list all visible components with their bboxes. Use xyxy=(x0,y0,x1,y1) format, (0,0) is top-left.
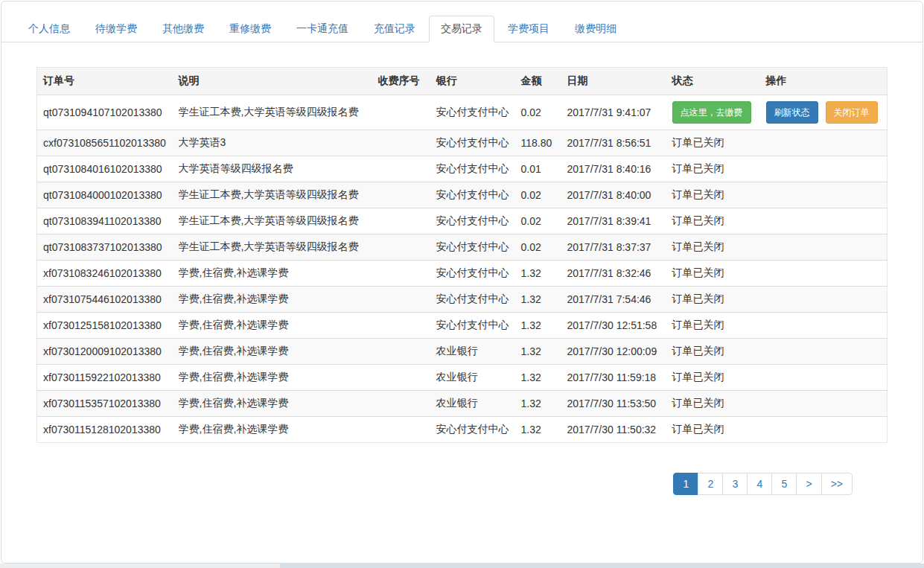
date-cell: 2017/7/30 11:50:32 xyxy=(561,417,666,443)
close-order-button[interactable]: 关闭订单 xyxy=(826,101,878,124)
tab-payment-details[interactable]: 缴费明细 xyxy=(563,16,628,42)
column-header-status: 状态 xyxy=(666,68,760,95)
description-cell: 学费,住宿费,补选课学费 xyxy=(173,365,372,391)
amount-cell: 0.02 xyxy=(515,95,561,130)
table-row: xf0731075446102013380学费,住宿费,补选课学费安心付支付中心… xyxy=(37,287,888,313)
description-cell: 大学英语3 xyxy=(173,130,372,156)
status-cell: 订单已关闭 xyxy=(666,130,760,156)
bank-cell: 安心付支付中心 xyxy=(430,287,515,313)
tab-transaction-records[interactable]: 交易记录 xyxy=(429,16,494,42)
page-last-item: >> xyxy=(822,473,853,495)
tab-recharge-records[interactable]: 充值记录 xyxy=(362,16,427,42)
pagination-area: 12345>>> xyxy=(36,443,888,517)
action-cell xyxy=(760,417,888,443)
action-cell xyxy=(760,365,888,391)
order-number-cell: xf0731083246102013380 xyxy=(37,261,173,287)
fee-serial-cell xyxy=(372,182,430,208)
description-cell: 学费,住宿费,补选课学费 xyxy=(173,287,372,313)
column-header-description: 说明 xyxy=(173,68,372,95)
table-header-row: 订单号说明收费序号银行金额日期状态操作 xyxy=(37,68,888,95)
action-cell xyxy=(760,391,888,417)
tab-tuition-items[interactable]: 学费项目 xyxy=(496,16,561,42)
order-number-cell: xf0731075446102013380 xyxy=(37,287,173,313)
date-cell: 2017/7/30 12:51:58 xyxy=(561,313,666,339)
bank-cell: 安心付支付中心 xyxy=(430,261,515,287)
bank-cell: 安心付支付中心 xyxy=(430,130,515,156)
status-cell: 订单已关闭 xyxy=(666,391,760,417)
date-cell: 2017/7/31 8:37:37 xyxy=(561,234,666,261)
order-number-cell: qt0731084016102013380 xyxy=(37,156,173,182)
action-cell xyxy=(760,234,888,261)
action-cell xyxy=(760,287,888,313)
description-cell: 大学英语等级四级报名费 xyxy=(173,156,372,182)
action-cell xyxy=(760,313,888,339)
status-cell: 订单已关闭 xyxy=(666,365,760,391)
action-cell xyxy=(760,339,888,365)
tab-other-fees[interactable]: 其他缴费 xyxy=(150,16,216,42)
table-row: qt0731083941102013380学生证工本费,大学英语等级四级报名费安… xyxy=(37,208,888,234)
description-cell: 学费,住宿费,补选课学费 xyxy=(173,261,372,287)
tab-personal-info[interactable]: 个人信息 xyxy=(16,16,82,42)
horizontal-scrollbar-thumb[interactable] xyxy=(0,564,280,568)
description-cell: 学生证工本费,大学英语等级四级报名费 xyxy=(173,182,372,208)
date-cell: 2017/7/31 9:41:07 xyxy=(561,95,666,130)
date-cell: 2017/7/30 11:53:50 xyxy=(561,391,666,417)
date-cell: 2017/7/30 12:00:09 xyxy=(561,339,666,365)
page-5[interactable]: 5 xyxy=(771,473,797,495)
amount-cell: 0.02 xyxy=(515,182,561,208)
page-4-item: 4 xyxy=(748,473,772,495)
status-cell: 点这里，去缴费 xyxy=(666,95,760,130)
page-3[interactable]: 3 xyxy=(722,473,748,495)
tab-card-recharge[interactable]: 一卡通充值 xyxy=(284,16,360,42)
table-row: qt0731084000102013380学生证工本费,大学英语等级四级报名费安… xyxy=(37,182,888,208)
tab-bar: 个人信息待缴学费其他缴费重修缴费一卡通充值充值记录交易记录学费项目缴费明细 xyxy=(1,1,923,42)
order-number-cell: qt0731083941102013380 xyxy=(37,208,173,234)
order-number-cell: qt0731094107102013380 xyxy=(37,95,173,130)
page-next-item: > xyxy=(797,473,821,495)
order-number-cell: xf0730120009102013380 xyxy=(37,339,173,365)
status-cell: 订单已关闭 xyxy=(666,156,760,182)
horizontal-scrollbar[interactable] xyxy=(0,564,924,568)
action-cell xyxy=(760,130,888,156)
page-4[interactable]: 4 xyxy=(747,473,772,495)
bank-cell: 农业银行 xyxy=(430,339,515,365)
description-cell: 学费,住宿费,补选课学费 xyxy=(173,313,372,339)
page-2-item: 2 xyxy=(698,473,723,495)
order-number-cell: xf0730125158102013380 xyxy=(37,313,173,339)
order-number-cell: xf0730115357102013380 xyxy=(37,391,173,417)
amount-cell: 1.32 xyxy=(515,313,561,339)
bank-cell: 安心付支付中心 xyxy=(430,156,515,182)
description-cell: 学生证工本费,大学英语等级四级报名费 xyxy=(173,208,372,234)
action-cell xyxy=(760,182,888,208)
amount-cell: 1.32 xyxy=(515,339,561,365)
fee-serial-cell xyxy=(372,339,430,365)
transactions-table: 订单号说明收费序号银行金额日期状态操作 qt073109410710201338… xyxy=(36,67,888,443)
page-3-item: 3 xyxy=(723,473,748,495)
table-row: qt0731094107102013380学生证工本费,大学英语等级四级报名费安… xyxy=(37,95,888,130)
bank-cell: 安心付支付中心 xyxy=(430,234,515,261)
bank-cell: 安心付支付中心 xyxy=(430,95,515,130)
page-1[interactable]: 1 xyxy=(673,473,698,495)
bank-cell: 安心付支付中心 xyxy=(430,182,515,208)
page-last[interactable]: >> xyxy=(821,473,853,495)
page-next[interactable]: > xyxy=(796,473,821,495)
bank-cell: 安心付支付中心 xyxy=(430,417,515,443)
page-5-item: 5 xyxy=(772,473,797,495)
table-row: qt0731083737102013380学生证工本费,大学英语等级四级报名费安… xyxy=(37,234,888,261)
tab-pending-tuition[interactable]: 待缴学费 xyxy=(83,16,149,42)
bank-cell: 农业银行 xyxy=(430,391,515,417)
description-cell: 学费,住宿费,补选课学费 xyxy=(173,391,372,417)
column-header-fee-serial: 收费序号 xyxy=(372,68,430,95)
status-cell: 订单已关闭 xyxy=(666,339,760,365)
order-number-cell: xf0730115922102013380 xyxy=(37,365,173,391)
page-2[interactable]: 2 xyxy=(698,473,723,495)
column-header-amount: 金额 xyxy=(515,68,561,95)
refresh-status-button[interactable]: 刷新状态 xyxy=(766,101,818,124)
page-1-item: 1 xyxy=(673,473,698,495)
description-cell: 学生证工本费,大学英语等级四级报名费 xyxy=(173,234,372,261)
tab-retake-fees[interactable]: 重修缴费 xyxy=(217,16,283,42)
table-row: xf0730125158102013380学费,住宿费,补选课学费安心付支付中心… xyxy=(37,313,888,339)
go-pay-button[interactable]: 点这里，去缴费 xyxy=(672,101,751,124)
page-panel: 个人信息待缴学费其他缴费重修缴费一卡通充值充值记录交易记录学费项目缴费明细 订单… xyxy=(1,1,923,564)
amount-cell: 1.32 xyxy=(515,365,561,391)
